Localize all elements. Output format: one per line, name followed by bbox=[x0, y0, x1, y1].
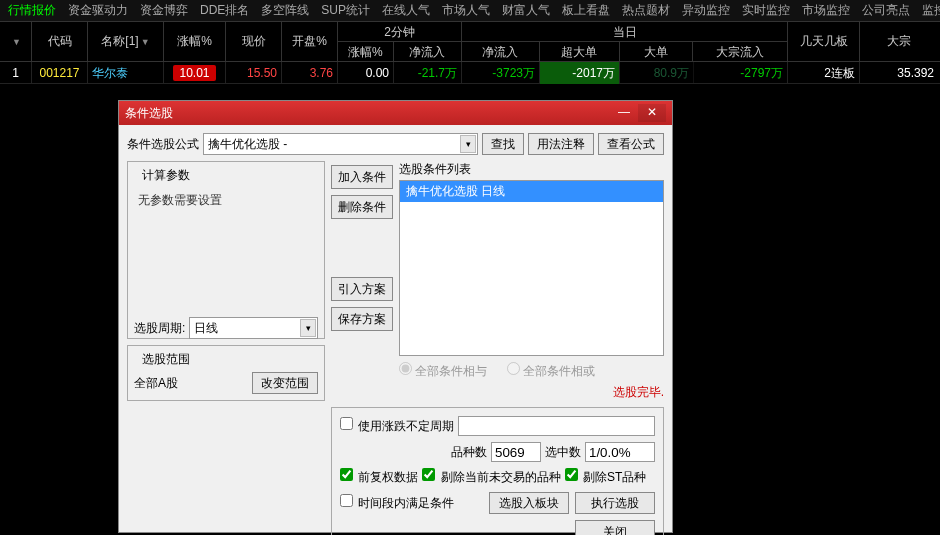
params-text: 无参数需要设置 bbox=[134, 188, 318, 213]
save-plan-button[interactable]: 保存方案 bbox=[331, 307, 393, 331]
condition-listbox[interactable]: 擒牛优化选股 日线 bbox=[399, 180, 664, 356]
cell-idx: 1 bbox=[0, 62, 32, 84]
dialog-title-bar[interactable]: 条件选股 — ✕ bbox=[119, 101, 672, 125]
th-bigdeal[interactable]: 大宗 bbox=[860, 22, 938, 61]
tab-sup[interactable]: SUP统计 bbox=[315, 0, 376, 22]
th-day-netin[interactable]: 净流入 bbox=[462, 42, 540, 62]
formula-label: 条件选股公式 bbox=[127, 136, 199, 153]
cell-2min-netin: -21.7万 bbox=[394, 62, 462, 84]
time-range-check[interactable]: 时间段内满足条件 bbox=[340, 494, 454, 512]
minimize-button[interactable]: — bbox=[610, 104, 638, 122]
tab-wealth-pop[interactable]: 财富人气 bbox=[496, 0, 556, 22]
tab-highlights[interactable]: 公司亮点 bbox=[856, 0, 916, 22]
tab-quote[interactable]: 行情报价 bbox=[2, 0, 62, 22]
cell-day-super: -2017万 bbox=[540, 62, 620, 84]
th-openpct[interactable]: 开盘% bbox=[282, 22, 338, 61]
tab-fund-drive[interactable]: 资金驱动力 bbox=[62, 0, 134, 22]
tab-board[interactable]: 板上看盘 bbox=[556, 0, 616, 22]
tab-hot[interactable]: 热点题材 bbox=[616, 0, 676, 22]
var-period-input[interactable] bbox=[458, 416, 655, 436]
cell-name: 华尔泰 bbox=[88, 62, 164, 84]
cell-pct: 10.01 bbox=[164, 62, 226, 84]
period-value: 日线 bbox=[194, 320, 218, 337]
excl-notrade-check[interactable]: 剔除当前未交易的品种 bbox=[422, 468, 560, 486]
fq-data-check[interactable]: 前复权数据 bbox=[340, 468, 418, 486]
tab-realtime[interactable]: 实时监控 bbox=[736, 0, 796, 22]
cell-code: 001217 bbox=[32, 62, 88, 84]
th-2min-label: 2分钟 bbox=[338, 22, 461, 42]
formula-combo[interactable]: 擒牛优化选股 - ▾ bbox=[203, 133, 478, 155]
exec-button[interactable]: 执行选股 bbox=[575, 492, 655, 514]
range-value: 全部A股 bbox=[134, 375, 178, 392]
th-pct[interactable]: 涨幅% bbox=[164, 22, 226, 61]
top-tab-bar: 行情报价 资金驱动力 资金博弈 DDE排名 多空阵线 SUP统计 在线人气 市场… bbox=[0, 0, 940, 22]
cell-boards: 2连板 bbox=[788, 62, 860, 84]
th-sort[interactable]: ▼ bbox=[0, 22, 32, 61]
count-input[interactable] bbox=[491, 442, 541, 462]
range-fieldset: 选股范围 全部A股 改变范围 bbox=[127, 345, 325, 401]
table-row[interactable]: 1 001217 华尔泰 10.01 15.50 3.76 0.00 -21.7… bbox=[0, 62, 940, 84]
list-item[interactable]: 擒牛优化选股 日线 bbox=[400, 181, 663, 202]
to-block-button[interactable]: 选股入板块 bbox=[489, 492, 569, 514]
tab-online[interactable]: 在线人气 bbox=[376, 0, 436, 22]
th-2min-pct[interactable]: 涨幅% bbox=[338, 42, 394, 62]
add-condition-button[interactable]: 加入条件 bbox=[331, 165, 393, 189]
selected-input[interactable] bbox=[585, 442, 655, 462]
params-title: 计算参数 bbox=[138, 167, 194, 184]
tab-market-mon[interactable]: 市场监控 bbox=[796, 0, 856, 22]
table-header: ▼ 代码 名称[1]▼ 涨幅% 现价 开盘% 2分钟 涨幅% 净流入 当日 净流… bbox=[0, 22, 940, 62]
tab-market-pop[interactable]: 市场人气 bbox=[436, 0, 496, 22]
condition-stock-dialog: 条件选股 — ✕ 条件选股公式 擒牛优化选股 - ▾ 查找 用法注释 查看公式 … bbox=[118, 100, 673, 533]
condition-list-label: 选股条件列表 bbox=[399, 161, 664, 178]
count-label: 品种数 bbox=[451, 444, 487, 461]
th-price[interactable]: 现价 bbox=[226, 22, 282, 61]
radio-and[interactable]: 全部条件相与 bbox=[399, 362, 487, 380]
excl-st-check[interactable]: 剔除ST品种 bbox=[565, 468, 647, 486]
find-button[interactable]: 查找 bbox=[482, 133, 524, 155]
tab-longshort[interactable]: 多空阵线 bbox=[255, 0, 315, 22]
chevron-down-icon[interactable]: ▾ bbox=[460, 135, 476, 153]
params-fieldset: 计算参数 无参数需要设置 选股周期: 日线 ▾ bbox=[127, 161, 325, 339]
cell-day-bigflow: -2797万 bbox=[694, 62, 788, 84]
range-title: 选股范围 bbox=[138, 351, 194, 368]
close-x-button[interactable]: ✕ bbox=[638, 104, 666, 122]
cell-2min-pct: 0.00 bbox=[338, 62, 394, 84]
dialog-title: 条件选股 bbox=[125, 105, 610, 122]
cell-price: 15.50 bbox=[226, 62, 282, 84]
cell-bigdeal: 35.392 bbox=[860, 62, 938, 84]
th-boards[interactable]: 几天几板 bbox=[788, 22, 860, 61]
period-label: 选股周期: bbox=[134, 320, 185, 337]
th-day-super[interactable]: 超大单 bbox=[540, 42, 620, 62]
radio-or[interactable]: 全部条件相或 bbox=[507, 362, 595, 380]
status-text: 选股完毕. bbox=[399, 384, 664, 401]
tab-fund-game[interactable]: 资金博弈 bbox=[134, 0, 194, 22]
use-var-period-check[interactable]: 使用涨跌不定周期 bbox=[340, 417, 454, 435]
th-day-big[interactable]: 大单 bbox=[620, 42, 694, 62]
view-formula-button[interactable]: 查看公式 bbox=[598, 133, 664, 155]
tab-dde[interactable]: DDE排名 bbox=[194, 0, 255, 22]
change-range-button[interactable]: 改变范围 bbox=[252, 372, 318, 394]
tab-monitor[interactable]: 监控 bbox=[916, 0, 940, 22]
selected-label: 选中数 bbox=[545, 444, 581, 461]
cell-day-netin: -3723万 bbox=[462, 62, 540, 84]
formula-value: 擒牛优化选股 - bbox=[208, 136, 287, 153]
th-2min-netin[interactable]: 净流入 bbox=[394, 42, 461, 62]
th-day-label: 当日 bbox=[462, 22, 787, 42]
delete-condition-button[interactable]: 删除条件 bbox=[331, 195, 393, 219]
tab-abnormal[interactable]: 异动监控 bbox=[676, 0, 736, 22]
th-day-bigflow[interactable]: 大宗流入 bbox=[693, 42, 787, 62]
th-code[interactable]: 代码 bbox=[32, 22, 88, 61]
th-name[interactable]: 名称[1]▼ bbox=[88, 22, 164, 61]
close-button[interactable]: 关闭 bbox=[575, 520, 655, 535]
th-group-day: 当日 净流入 超大单 大单 大宗流入 bbox=[462, 22, 788, 61]
th-group-2min: 2分钟 涨幅% 净流入 bbox=[338, 22, 462, 61]
usage-button[interactable]: 用法注释 bbox=[528, 133, 594, 155]
period-combo[interactable]: 日线 ▾ bbox=[189, 317, 318, 339]
load-plan-button[interactable]: 引入方案 bbox=[331, 277, 393, 301]
chevron-down-icon[interactable]: ▾ bbox=[300, 319, 316, 337]
cell-openpct: 3.76 bbox=[282, 62, 338, 84]
cell-day-big: 80.9万 bbox=[620, 62, 694, 84]
